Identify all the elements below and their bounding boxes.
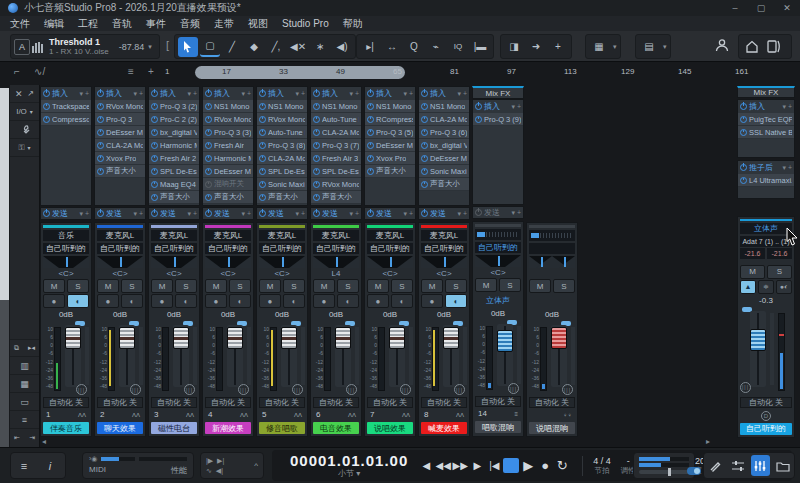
add-send-icon[interactable]: + — [139, 210, 143, 217]
channel-mode-icon[interactable]: ||| — [740, 382, 751, 393]
pan-left[interactable] — [529, 256, 552, 268]
pan-value[interactable]: <C> — [259, 268, 305, 278]
d-badge[interactable]: D — [740, 410, 792, 422]
plugin-item[interactable]: SPL De-Esse.. — [257, 165, 307, 178]
solo-button[interactable]: S — [499, 278, 521, 292]
plugin-item[interactable]: Pro-Q 3 (3) — [203, 126, 253, 139]
pan-cell[interactable] — [151, 256, 197, 268]
grid-icon[interactable]: ▦ — [589, 37, 609, 57]
automation-mode[interactable]: 自动化 关 — [367, 397, 413, 408]
plugin-item[interactable]: NS1 Mono 2 — [257, 100, 307, 113]
add-insert-icon[interactable]: + — [301, 90, 305, 97]
add-send-icon[interactable]: + — [463, 210, 467, 217]
output-toggle[interactable] — [687, 467, 701, 475]
power-icon[interactable] — [313, 210, 320, 217]
monitor-button[interactable]: ◐ — [337, 294, 359, 308]
send-panel[interactable]: 发送▾+ — [472, 206, 524, 219]
input-label[interactable]: 麦克风L — [313, 230, 359, 241]
automation-mode[interactable]: 自动化 关 — [43, 397, 89, 408]
output-route-label[interactable]: 自己听到的 — [97, 243, 143, 254]
mute-button[interactable]: M — [367, 279, 389, 293]
chevron-down-icon[interactable]: ▾ — [511, 209, 515, 217]
fader-value[interactable]: 0dB — [475, 308, 521, 319]
loop-end-icon[interactable]: ∿ ◀| — [206, 467, 254, 475]
channel-name-tag[interactable]: 喊麦效果 — [421, 422, 467, 434]
layout-rows-icon[interactable]: ≡ — [128, 66, 134, 77]
main-mode-label[interactable]: 立体声 — [740, 223, 792, 234]
loop-panel[interactable]: |▶ ▶| ∿ ◀| ^ — [200, 452, 264, 479]
insert-section-header[interactable]: 插入▾+ — [311, 87, 361, 100]
menu-item-3[interactable]: 音轨 — [112, 17, 132, 31]
chevron-down-icon[interactable]: ▾ — [349, 90, 353, 98]
power-icon[interactable] — [367, 168, 374, 175]
insert-section-header[interactable]: 插入▾+ — [365, 87, 415, 100]
power-icon[interactable] — [151, 181, 158, 188]
fader-track[interactable] — [281, 325, 297, 387]
plugin-item[interactable]: Pro-Q 3 (7) — [311, 139, 361, 152]
pan-value[interactable]: <C> — [97, 268, 143, 278]
trim-fader[interactable] — [355, 327, 359, 385]
fader-value[interactable]: -0.3 — [740, 295, 792, 306]
power-icon[interactable] — [313, 155, 320, 162]
input-label[interactable]: 麦克风L — [259, 230, 305, 241]
send-panel[interactable]: 发送▾+ — [418, 207, 470, 220]
input-quantize-icon[interactable]: IQ — [448, 37, 468, 57]
plugin-item[interactable]: Xvox Pro — [365, 152, 415, 165]
plugin-item[interactable]: L4 Ultramaxi.. — [738, 174, 794, 187]
macro-track-panel[interactable]: A Threshold 1 1 - RX 10 V..oise -87.84 ▾ — [10, 34, 160, 59]
plugin-item[interactable]: PuigTec EQP.. — [738, 113, 794, 126]
fader-track[interactable] — [173, 325, 189, 387]
output-route-label[interactable]: 自己听到的 — [421, 243, 467, 254]
chevron-down-icon[interactable]: ▾ — [133, 210, 137, 218]
send-panel[interactable]: 发送▾+ — [40, 207, 92, 220]
bend-tool[interactable]: ∗ — [310, 37, 330, 57]
chevron-down-icon[interactable]: ▾ — [79, 210, 83, 218]
pan-value[interactable]: <C> — [205, 268, 251, 278]
plugin-item[interactable]: Sonic Maxim.. — [257, 178, 307, 191]
monitor-button[interactable]: ◐ — [121, 294, 143, 308]
power-icon[interactable] — [205, 181, 212, 188]
fader-track[interactable] — [551, 325, 567, 387]
channel-mode-icon[interactable]: ||| — [184, 384, 195, 395]
plugin-item[interactable]: Maag EQ4 — [149, 178, 199, 191]
trim-fader[interactable] — [139, 327, 143, 385]
chevron-down-icon[interactable]: ▾ — [782, 103, 786, 111]
macro-a-button[interactable]: A — [14, 39, 30, 55]
power-icon[interactable] — [97, 155, 104, 162]
add-send-icon[interactable]: + — [301, 210, 305, 217]
insert-section-header[interactable]: 插入▾+ — [95, 87, 145, 100]
stop-button[interactable] — [503, 458, 519, 473]
output-route-label[interactable]: 自己听到的 — [43, 243, 89, 254]
plugin-item[interactable]: NS1 Mono 4 — [203, 100, 253, 113]
fader-track[interactable] — [119, 325, 135, 387]
send-panel[interactable]: 发送▾+ — [364, 207, 416, 220]
trim-fader[interactable] — [85, 327, 89, 385]
monitor-button[interactable]: ◐ — [229, 294, 251, 308]
mute-button[interactable]: M — [421, 279, 443, 293]
fader-cap[interactable] — [335, 327, 351, 349]
add-send-icon[interactable]: + — [517, 209, 521, 216]
plugin-item[interactable]: SPL De-Esser — [149, 165, 199, 178]
plugin-item[interactable]: Compressor — [41, 113, 91, 126]
forward-button[interactable]: ▶▶ — [452, 460, 468, 471]
power-icon[interactable] — [421, 210, 428, 217]
plugin-item[interactable]: NS1 Mono 5 — [311, 100, 361, 113]
power-icon[interactable] — [205, 194, 212, 201]
pan-cell[interactable] — [97, 256, 143, 268]
power-icon[interactable] — [367, 103, 374, 110]
fader-cap[interactable] — [173, 327, 189, 349]
mute-button[interactable]: M — [313, 279, 335, 293]
mute-button[interactable]: M — [43, 279, 65, 293]
plugin-item[interactable]: NS1 Mono — [419, 100, 469, 113]
plugin-item[interactable]: DeEsser Mo.. — [203, 165, 253, 178]
record-arm-button[interactable]: ● — [313, 294, 335, 308]
power-icon[interactable] — [259, 194, 266, 201]
power-icon[interactable] — [97, 210, 104, 217]
pan-value[interactable]: L4 — [313, 268, 359, 278]
chevron-down-icon[interactable]: ▾ — [663, 43, 667, 51]
fader-value[interactable]: 0dB — [151, 309, 197, 320]
info-icon[interactable]: i — [39, 455, 61, 476]
trim-fader[interactable] — [463, 327, 467, 385]
pan-value[interactable]: <C> — [475, 267, 521, 277]
plugin-item[interactable]: Auto-Tune Pr.. — [311, 113, 361, 126]
